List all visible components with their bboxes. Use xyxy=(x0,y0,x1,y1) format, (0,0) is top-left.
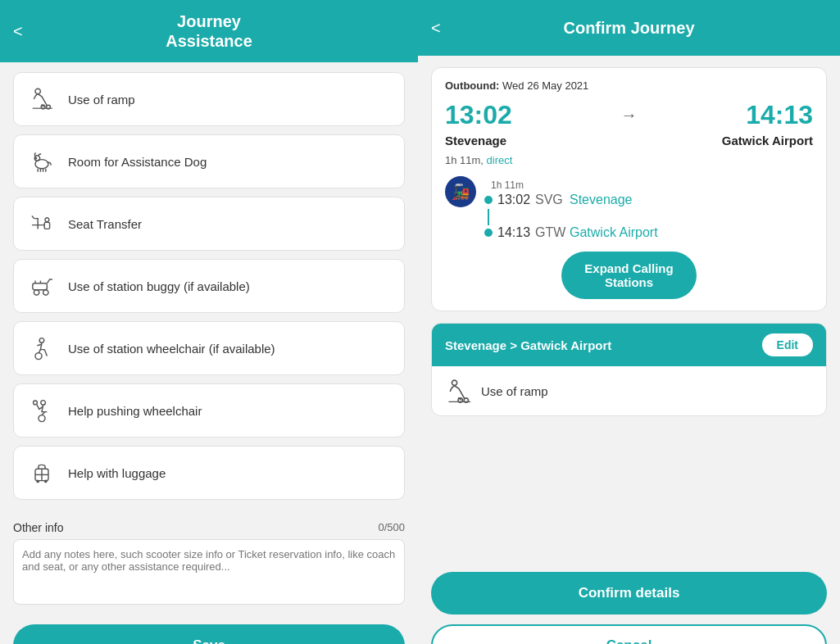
journey-card: Outbound: Wed 26 May 2021 13:02 → 14:13 … xyxy=(431,67,827,311)
right-header: < Confirm Journey xyxy=(418,0,840,56)
stop-depart-time: 13:02 xyxy=(497,193,530,207)
svg-rect-14 xyxy=(33,283,48,290)
other-info-count: 0/500 xyxy=(378,521,405,534)
station-wheelchair-icon xyxy=(27,333,57,363)
depart-time: 13:02 xyxy=(445,100,512,130)
list-item[interactable]: Use of station buggy (if available) xyxy=(13,259,405,313)
dog-label: Room for Assistance Dog xyxy=(68,155,207,169)
cancel-button[interactable]: Cancel xyxy=(431,624,827,644)
app-container: < JourneyAssistance Use of ra xyxy=(0,0,840,644)
outbound-label: Outbound: Wed 26 May 2021 xyxy=(445,79,813,92)
route-card-body: Use of ramp xyxy=(432,366,826,415)
stop-arrive-station: Gatwick Airport xyxy=(570,225,658,240)
bottom-buttons: Confirm details Cancel xyxy=(418,572,840,644)
list-item[interactable]: Room for Assistance Dog xyxy=(13,134,405,188)
svg-point-27 xyxy=(37,480,39,482)
left-back-button[interactable]: < xyxy=(13,22,23,41)
right-back-button[interactable]: < xyxy=(431,19,441,38)
route-assistance-label: Use of ramp xyxy=(481,384,548,398)
save-button[interactable]: Save xyxy=(13,624,405,644)
list-item[interactable]: Seat Transfer xyxy=(13,197,405,251)
other-info-textarea[interactable] xyxy=(13,539,405,605)
station-row: Stevenage Gatwick Airport xyxy=(445,134,813,147)
stop-dot-depart xyxy=(484,196,493,204)
svg-point-20 xyxy=(35,353,42,360)
svg-rect-11 xyxy=(44,222,49,229)
list-item[interactable]: Use of ramp xyxy=(13,72,405,126)
stops-wrapper: 🚂 1h 11m 13:02 SVG Stevenage 14:13 xyxy=(445,176,813,240)
right-title: Confirm Journey xyxy=(563,19,694,38)
svg-point-23 xyxy=(34,401,38,405)
left-title: JourneyAssistance xyxy=(166,11,252,51)
stop-duration-badge: 1h 11m xyxy=(491,179,524,191)
time-row: 13:02 → 14:13 xyxy=(445,100,813,130)
list-item[interactable]: Use of station wheelchair (if available) xyxy=(13,321,405,375)
right-content: Outbound: Wed 26 May 2021 13:02 → 14:13 … xyxy=(418,56,840,572)
right-panel: < Confirm Journey Outbound: Wed 26 May 2… xyxy=(418,0,840,644)
direct-link[interactable]: direct xyxy=(487,154,513,166)
route-arrow-icon: > xyxy=(510,338,520,352)
route-card-header: Stevenage > Gatwick Airport Edit xyxy=(432,324,826,366)
left-content: Use of ramp xyxy=(0,62,418,518)
stop-arrive-code: GTW xyxy=(535,225,565,240)
left-header: < JourneyAssistance xyxy=(0,0,418,62)
stop-depart-station: Stevenage xyxy=(570,193,633,207)
buggy-label: Use of station buggy (if available) xyxy=(68,279,250,293)
svg-point-13 xyxy=(45,218,49,222)
svg-line-12 xyxy=(32,215,34,218)
svg-point-29 xyxy=(452,380,456,385)
luggage-icon xyxy=(27,458,57,488)
other-info-section: Other info 0/500 xyxy=(0,518,418,615)
svg-point-19 xyxy=(39,338,44,343)
push-wheelchair-label: Help pushing wheelchair xyxy=(68,404,202,418)
stop-dot-arrive xyxy=(484,229,493,237)
depart-station: Stevenage xyxy=(445,134,506,147)
buggy-icon xyxy=(27,271,57,301)
seat-transfer-icon xyxy=(27,209,57,238)
stop-arrive-time: 14:13 xyxy=(497,225,530,240)
svg-point-10 xyxy=(35,157,37,159)
other-info-header: Other info 0/500 xyxy=(13,521,405,534)
list-item[interactable]: Help with luggage xyxy=(13,446,405,500)
svg-point-28 xyxy=(45,480,47,482)
dog-icon xyxy=(27,147,57,176)
ramp-icon xyxy=(27,84,57,114)
ramp-label: Use of ramp xyxy=(68,93,135,107)
rail-logo: 🚂 xyxy=(445,176,476,207)
duration-row: 1h 11m, direct xyxy=(445,154,813,166)
svg-point-21 xyxy=(41,401,46,406)
list-item[interactable]: Help pushing wheelchair xyxy=(13,383,405,438)
route-card: Stevenage > Gatwick Airport Edit xyxy=(431,323,827,416)
svg-point-15 xyxy=(34,290,39,295)
station-wheelchair-label: Use of station wheelchair (if available) xyxy=(68,342,275,356)
left-panel: < JourneyAssistance Use of ra xyxy=(0,0,418,644)
seat-transfer-label: Seat Transfer xyxy=(68,217,142,231)
outbound-date: Wed 26 May 2021 xyxy=(502,79,588,92)
svg-point-0 xyxy=(35,88,40,93)
arrive-station: Gatwick Airport xyxy=(722,134,813,147)
edit-button[interactable]: Edit xyxy=(762,333,813,356)
other-info-label: Other info xyxy=(13,521,63,534)
svg-point-16 xyxy=(43,290,48,295)
route-ramp-icon xyxy=(445,378,471,404)
stop-depart-code: SVG xyxy=(535,193,565,207)
arrive-time: 14:13 xyxy=(746,100,813,130)
expand-calling-stations-button[interactable]: Expand CallingStations xyxy=(561,252,696,299)
direction-arrow-icon: → xyxy=(621,106,638,125)
confirm-details-button[interactable]: Confirm details xyxy=(431,572,827,615)
luggage-label: Help with luggage xyxy=(68,466,166,480)
svg-point-22 xyxy=(39,415,45,422)
push-wheelchair-icon xyxy=(27,396,57,425)
route-title: Stevenage > Gatwick Airport xyxy=(445,338,611,352)
